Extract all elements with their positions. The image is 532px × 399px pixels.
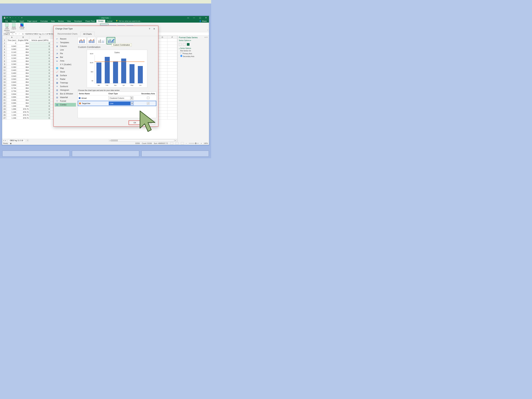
tab-formulas[interactable]: Formulas (39, 20, 49, 23)
tab-home[interactable]: Home (10, 20, 18, 23)
minimize-icon[interactable]: — (191, 17, 197, 19)
primary-axis-radio[interactable]: Primary Axis (180, 52, 208, 55)
zoom-level[interactable]: 140% (204, 142, 208, 144)
section-header[interactable]: ▵ Series Options (179, 47, 208, 49)
view-page-layout-icon[interactable] (176, 142, 178, 145)
tab-view[interactable]: View (65, 20, 73, 23)
chart-category-funnel[interactable]: ▽Funnel (55, 99, 76, 103)
tab-review[interactable]: Review (56, 20, 65, 23)
category-icon: ▬ (56, 56, 58, 58)
chart-category-pie[interactable]: ◔Pie (55, 52, 76, 55)
chart-category-sunburst[interactable]: ☀Sunburst (55, 85, 76, 88)
change-colors-button[interactable]: Change Colors (19, 23, 25, 30)
series-options-dropdown[interactable]: Series Options ▾ (179, 40, 191, 41)
collapse-ribbon-icon[interactable]: ˄ (207, 30, 208, 32)
save-icon[interactable]: 💾 (4, 17, 6, 19)
chart-category-column[interactable]: ▮Column (55, 44, 76, 48)
chart-category-surface[interactable]: ▦Surface (55, 74, 76, 77)
ok-button[interactable]: OK (129, 121, 141, 125)
chart-category-x-y-scatter-[interactable]: ⋮X Y (Scatter) (55, 63, 76, 66)
series-row-actual[interactable]: Actual Clustered Column▼ (78, 95, 156, 101)
sheet-nav-icon[interactable]: ◂ ▸ (2, 139, 7, 141)
chevron-down-icon[interactable]: ▼ (12, 33, 13, 35)
category-icon: ▥ (56, 89, 58, 91)
redo-icon[interactable]: ↷ (9, 17, 12, 19)
tab-recommended-charts[interactable]: Recommended Charts (55, 32, 80, 36)
series-row-target-line[interactable]: Target line Line▼ ✓ (78, 101, 156, 106)
ribbon-display-icon[interactable]: ▭ (185, 17, 191, 19)
zoom-out-icon[interactable]: − (186, 142, 187, 144)
chart-category-area[interactable]: ▲Area (55, 59, 76, 63)
add-chart-element-button[interactable]: Add Chart Element (4, 23, 10, 31)
zoom-slider[interactable] (189, 143, 199, 144)
series-options-icon[interactable] (187, 43, 190, 46)
add-sheet-button[interactable]: + (26, 139, 29, 142)
tab-file[interactable]: File (4, 20, 10, 23)
chart-category-histogram[interactable]: ▥Histogram (55, 88, 76, 92)
chart-category-templates[interactable]: ▭Templates (55, 41, 76, 44)
combo-subtype-1[interactable] (78, 37, 86, 44)
category-icon: ─ (56, 49, 58, 51)
tab-power-pivot[interactable]: Power Pivot (84, 20, 96, 23)
format-data-series-pane: Format Data Series▾ ✕ Series Options ▾ ▵… (177, 36, 209, 142)
secondary-axis-checkbox[interactable] (147, 97, 149, 99)
view-normal-icon[interactable] (170, 142, 173, 145)
secondary-axis-radio[interactable]: Secondary Axis (180, 55, 208, 57)
maximize-icon[interactable]: ▢ (197, 17, 203, 19)
close-icon[interactable]: ✕ (206, 36, 208, 38)
fill-line-icon[interactable] (179, 43, 182, 46)
zoom-in-icon[interactable]: + (201, 142, 202, 144)
scroll-right-icon[interactable]: ▸ (174, 139, 177, 141)
dialog-title: Change Chart Type (55, 28, 147, 30)
formula-bar-buttons[interactable]: ✕ ✓ (14, 33, 21, 35)
tab-insert[interactable]: Insert (18, 20, 25, 23)
tab-data[interactable]: Data (49, 20, 56, 23)
chart-category-combo[interactable]: ▥Combo (55, 103, 76, 107)
horizontal-scrollbar[interactable]: ◂ ▸ (29, 139, 177, 141)
category-icon: ▥ (56, 104, 58, 106)
pane-dropdown-icon[interactable]: ▾ (205, 36, 206, 38)
tab-design[interactable]: Design (96, 20, 105, 23)
fx-icon[interactable]: fx (21, 33, 25, 35)
chart-type-dropdown[interactable]: Clustered Column▼ (108, 96, 133, 100)
tab-developer[interactable]: Developer (72, 20, 84, 23)
scroll-left-icon[interactable]: ◂ (109, 139, 111, 141)
tab-all-charts[interactable]: All Charts (80, 32, 95, 36)
series-instruction: Choose the chart type and axis for your … (78, 89, 156, 91)
share-button[interactable]: 👤Share (197, 19, 209, 23)
chart-category-map[interactable]: 🌐Map (55, 66, 76, 70)
tab-format[interactable]: Format (105, 20, 114, 23)
chart-category-stock[interactable]: 📈Stock (55, 70, 76, 74)
chart-category-treemap[interactable]: ▦Treemap (55, 81, 76, 85)
chart-type-dropdown[interactable]: Line▼ (109, 101, 134, 105)
close-icon[interactable]: ✕ (152, 28, 156, 30)
effects-icon[interactable] (183, 43, 185, 46)
qat-icon[interactable]: ▫ (13, 17, 14, 19)
macro-record-icon[interactable]: ▣ (10, 142, 12, 144)
chart-category-recent[interactable]: ↩Recent (55, 37, 76, 41)
category-icon: ↩ (56, 38, 58, 40)
secondary-axis-checkbox[interactable]: ✓ (147, 102, 149, 105)
quick-layout-button[interactable]: Quick Layout (11, 23, 17, 30)
qat-icon[interactable]: ▫ (19, 17, 20, 19)
combo-subtype-3[interactable] (97, 37, 106, 44)
tab-page-layout[interactable]: Page Layout (25, 20, 39, 23)
sheet-tab[interactable]: OBD2 log 11-2-16 (8, 139, 25, 142)
svg-marker-11 (101, 39, 104, 43)
help-icon[interactable]: ? (147, 28, 152, 30)
chart-category-radar[interactable]: ✳Radar (55, 77, 76, 81)
chart-category-waterfall[interactable]: ▤Waterfall (55, 95, 76, 99)
sheet-tab-bar: ◂ ▸ OBD2 log 11-2-16 + ◂ ▸ (2, 139, 177, 142)
qat-icon[interactable]: ▫ (15, 17, 18, 19)
close-icon[interactable]: ✕ (203, 17, 209, 19)
cancel-button[interactable]: Cancel (143, 121, 155, 125)
combo-subtype-2[interactable] (87, 37, 96, 44)
chart-category-box-whisker[interactable]: ⊞Box & Whisker (55, 92, 76, 95)
view-page-break-icon[interactable] (181, 142, 184, 145)
qat-dropdown-icon[interactable]: ▾ (21, 17, 23, 19)
tell-me-search[interactable]: 💡Tell me what you want to do... (114, 19, 143, 23)
chart-category-line[interactable]: ─Line (55, 48, 76, 52)
chart-category-bar[interactable]: ▬Bar (55, 55, 76, 59)
svg-rect-2 (82, 41, 83, 43)
undo-icon[interactable]: ↶ (6, 17, 8, 19)
